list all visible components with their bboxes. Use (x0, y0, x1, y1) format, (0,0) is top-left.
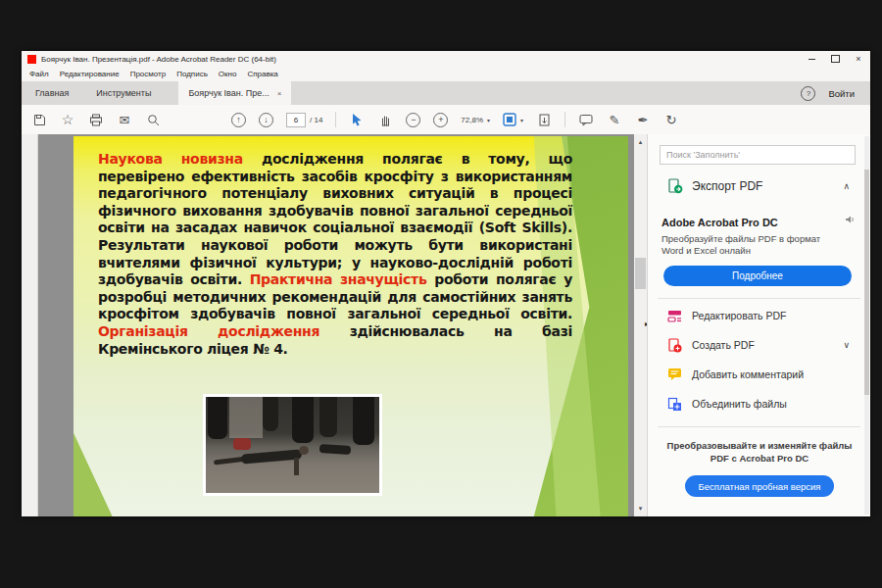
sidebar-divider (658, 298, 860, 299)
person-silhouette (241, 449, 303, 464)
left-panel-rail[interactable] (22, 134, 38, 516)
scrollbar-thumb[interactable] (635, 258, 646, 289)
export-pdf-icon (667, 178, 683, 194)
punching-bag (292, 397, 314, 443)
sidebar-item-label: Объединить файлы (692, 398, 787, 410)
scroll-down-icon[interactable]: ▾ (634, 504, 647, 514)
select-tool-icon[interactable] (349, 112, 365, 127)
maximize-icon (831, 55, 840, 63)
punching-bag (263, 397, 278, 431)
zoom-level-value: 72,8% (461, 116, 483, 124)
combine-files-icon (667, 397, 682, 412)
document-canvas: Наукова новизна дослідження полягає в то… (38, 134, 634, 516)
previous-page-icon[interactable]: ↑ (231, 113, 246, 127)
zoom-in-icon[interactable]: + (433, 113, 448, 127)
sidebar-item-add-comment[interactable]: Добавить комментарий (648, 362, 871, 387)
slide-heading-practical-significance: Практична значущість (250, 271, 427, 287)
chevron-down-icon: ▾ (487, 117, 490, 123)
menu-help[interactable]: Справка (247, 70, 277, 78)
tab-bar: Главная Инструменты Боярчук Іван. Пре...… (22, 81, 870, 105)
page-fit-icon (503, 113, 516, 126)
comment-tool-icon[interactable] (578, 112, 594, 127)
close-button[interactable]: × (847, 51, 870, 67)
zoom-out-icon[interactable]: − (406, 113, 420, 127)
chevron-down-icon[interactable]: ∨ (843, 340, 850, 350)
export-pdf-label: Экспорт PDF (692, 179, 762, 193)
tab-home[interactable]: Главная (22, 81, 82, 105)
minimize-button[interactable] (800, 51, 823, 67)
print-icon[interactable] (88, 112, 104, 127)
menu-view[interactable]: Просмотр (130, 70, 167, 78)
scroll-up-icon[interactable]: ▴ (634, 137, 647, 147)
hand-tool-icon[interactable] (377, 112, 393, 127)
promo-title: Adobe Acrobat Pro DC (662, 217, 778, 228)
page-fit-dropdown[interactable]: ▾ (503, 113, 523, 126)
zoom-level-dropdown[interactable]: 72,8% ▾ (461, 116, 490, 124)
edit-pdf-icon (667, 309, 682, 323)
sidebar-item-export-pdf[interactable]: Экспорт PDF ∧ (648, 173, 871, 199)
save-icon[interactable] (31, 112, 47, 127)
promo-details-button[interactable]: Подробнее (663, 266, 852, 286)
tab-document-label: Боярчук Іван. Пре... (188, 88, 269, 98)
window-title: Боярчук Іван. Презентація.pdf - Adobe Ac… (41, 55, 276, 64)
tabbar-right: ? Войти (801, 86, 870, 101)
menu-sign[interactable]: Подпись (176, 70, 208, 78)
page-number-input[interactable] (286, 113, 306, 127)
sign-in-button[interactable]: Войти (828, 88, 855, 99)
menu-window[interactable]: Окно (219, 70, 237, 78)
chevron-up-icon[interactable]: ∧ (843, 181, 850, 191)
sidebar-footer-text: Преобразовывайте и изменяйте файлы PDF с… (662, 440, 858, 465)
maximize-button[interactable] (823, 51, 847, 67)
menu-bar: Файл Редактирование Просмотр Подпись Окн… (22, 67, 870, 81)
announcement-icon (845, 215, 855, 224)
adobe-reader-icon (27, 55, 36, 64)
highlight-pen-icon[interactable]: ✎ (607, 112, 622, 127)
page-total: / 14 (310, 116, 322, 124)
sidebar-scrollbar[interactable] (864, 136, 869, 514)
screen-share-background: Боярчук Іван. Презентація.pdf - Adobe Ac… (0, 0, 882, 588)
sidebar-item-combine-files[interactable]: Объединить файлы (648, 391, 871, 416)
next-page-icon[interactable]: ↓ (259, 113, 273, 127)
tools-search-input[interactable] (660, 145, 856, 165)
tab-close-icon[interactable]: × (277, 89, 282, 98)
add-comment-icon (667, 368, 682, 381)
punching-bag (353, 397, 374, 445)
title-bar: Боярчук Іван. Презентація.pdf - Adobe Ac… (22, 51, 870, 67)
help-icon[interactable]: ? (801, 86, 815, 101)
promo-description: Преобразуйте файлы PDF в формат Word и E… (662, 233, 844, 257)
favorites-star-icon[interactable]: ☆ (60, 112, 75, 127)
page-number-group: / 14 (286, 113, 322, 127)
fill-sign-icon[interactable]: ✒ (635, 112, 651, 127)
sidebar-scrollbar-thumb[interactable] (864, 170, 869, 395)
window-controls: × (800, 51, 870, 67)
sidebar-item-label: Добавить комментарий (692, 368, 804, 380)
person-silhouette (233, 438, 251, 450)
tab-tools[interactable]: Инструменты (82, 81, 165, 105)
toolbar: ☆ ✉ ↑ ↓ / 14 − + 7 (22, 105, 870, 135)
person-silhouette (299, 446, 309, 455)
tools-sidebar: Экспорт PDF ∧ Adobe Acrobat Pro DC Преоб… (647, 134, 870, 516)
toolbar-divider (564, 112, 565, 127)
menu-edit[interactable]: Редактирование (60, 70, 120, 78)
minimize-icon (808, 59, 815, 60)
content-area: Наукова новизна дослідження полягає в то… (22, 134, 870, 516)
punching-bag (208, 397, 227, 439)
sidebar-item-label: Редактировать PDF (692, 310, 786, 321)
slide-paragraph-1: дослідження полягає в тому, що перевірен… (98, 151, 572, 287)
acrobat-window: Боярчук Іван. Презентація.pdf - Adobe Ac… (22, 51, 870, 516)
toolbar-divider (335, 112, 336, 127)
sidebar-item-edit-pdf[interactable]: Редактировать PDF (648, 303, 871, 328)
email-icon[interactable]: ✉ (117, 112, 132, 127)
create-pdf-icon (667, 338, 682, 353)
fit-width-icon[interactable] (536, 112, 552, 127)
person-silhouette (319, 444, 352, 455)
gym-pushup-photo (206, 397, 379, 493)
menu-file[interactable]: Файл (29, 70, 49, 78)
send-for-signature-icon[interactable]: ↻ (663, 112, 679, 127)
sidebar-divider (658, 426, 860, 427)
search-icon[interactable] (145, 112, 161, 127)
tab-document[interactable]: Боярчук Іван. Пре... × (178, 81, 291, 105)
sidebar-item-create-pdf[interactable]: Создать PDF ∨ (648, 332, 871, 358)
free-trial-button[interactable]: Бесплатная пробная версия (685, 475, 834, 497)
chevron-down-icon: ▾ (520, 117, 523, 123)
